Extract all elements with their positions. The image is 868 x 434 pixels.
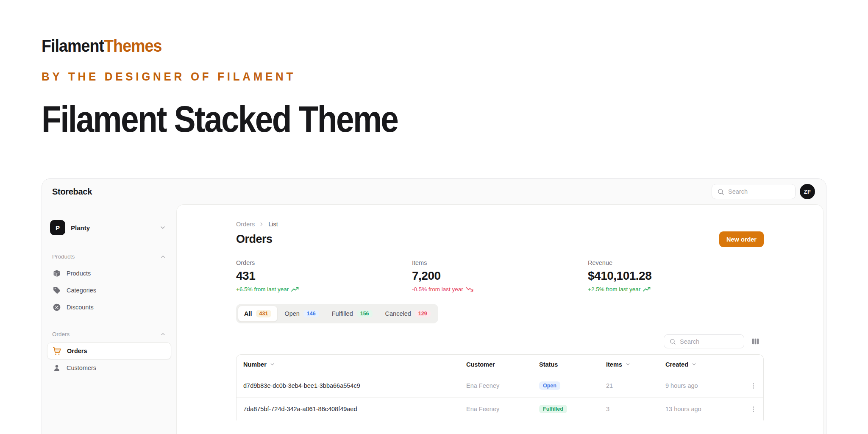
tab-label: Fulfilled bbox=[332, 310, 353, 317]
stat-orders: Orders 431 +6.5% from last year bbox=[236, 259, 412, 292]
hero-tagline: BY THE DESIGNER OF FILAMENT bbox=[42, 71, 835, 83]
app-brand[interactable]: Storeback bbox=[52, 187, 92, 197]
tab-all[interactable]: All 431 bbox=[238, 306, 278, 322]
sidebar-item-categories[interactable]: Categories bbox=[47, 282, 171, 299]
table-row[interactable]: 7da875bf-724d-342a-a061-86c408f49aed Ena… bbox=[236, 397, 763, 420]
row-actions-button[interactable] bbox=[743, 382, 763, 389]
column-header-items[interactable]: Items bbox=[599, 361, 659, 368]
column-header-customer[interactable]: Customer bbox=[459, 361, 532, 368]
chevron-up-icon bbox=[160, 331, 166, 337]
customer-cell: Ena Feeney bbox=[459, 406, 532, 412]
app-topbar: Storeback Search ZF bbox=[42, 179, 826, 204]
sort-chevron-icon bbox=[691, 362, 697, 367]
trending-down-icon bbox=[466, 287, 473, 292]
sort-chevron-icon bbox=[625, 362, 631, 367]
stat-revenue: Revenue $410,101.28 +2.5% from last year bbox=[588, 259, 764, 292]
sidebar-item-label: Discounts bbox=[67, 304, 94, 311]
table-search-placeholder: Search bbox=[680, 338, 699, 345]
table-toolbar: Search bbox=[236, 334, 764, 348]
chevron-right-icon bbox=[259, 221, 264, 227]
tab-count-badge: 129 bbox=[415, 310, 431, 318]
search-icon bbox=[669, 338, 676, 345]
tab-fulfilled[interactable]: Fulfilled 156 bbox=[326, 306, 378, 322]
user-icon bbox=[52, 364, 61, 373]
sidebar-item-label: Customers bbox=[67, 364, 96, 371]
tab-label: Open bbox=[284, 310, 299, 317]
status-filter-tabs: All 431 Open 146 Fulfilled 156 Canceled … bbox=[236, 304, 438, 323]
breadcrumb-current: List bbox=[268, 221, 278, 228]
sort-chevron-icon bbox=[270, 362, 275, 367]
columns-icon bbox=[751, 337, 760, 345]
app-preview-card: Storeback Search ZF P Planty Products bbox=[42, 178, 826, 434]
sidebar-nav-orders: Orders Customers bbox=[47, 342, 171, 376]
sidebar-item-orders[interactable]: Orders bbox=[47, 342, 171, 359]
breadcrumb: Orders List bbox=[236, 221, 764, 228]
table-row[interactable]: d7d9b83e-dc0b-3eb4-bee1-3bba66a554c9 Ena… bbox=[236, 374, 763, 397]
app-body: P Planty Products Products bbox=[42, 204, 826, 434]
tab-count-badge: 146 bbox=[303, 310, 319, 318]
stat-value: 7,200 bbox=[412, 269, 588, 283]
page-title: Filament Stacked Theme bbox=[42, 100, 761, 138]
stat-value: 431 bbox=[236, 269, 412, 283]
sidebar-item-label: Categories bbox=[67, 287, 96, 294]
status-cell: Open bbox=[532, 381, 599, 390]
sidebar-group-orders[interactable]: Orders bbox=[47, 331, 171, 337]
sidebar-item-products[interactable]: Products bbox=[47, 265, 171, 282]
tab-count-badge: 156 bbox=[357, 310, 373, 318]
column-header-created[interactable]: Created bbox=[659, 361, 743, 368]
orders-table: Number Customer Status Items bbox=[236, 354, 764, 420]
tenant-name: Planty bbox=[71, 224, 154, 231]
trending-up-icon bbox=[643, 287, 651, 292]
sidebar-group-label: Products bbox=[52, 253, 75, 260]
status-cell: Fulfilled bbox=[532, 405, 599, 414]
order-number-cell[interactable]: 7da875bf-724d-342a-a061-86c408f49aed bbox=[236, 406, 459, 412]
tag-icon bbox=[52, 286, 61, 295]
status-badge: Open bbox=[539, 381, 560, 390]
avatar[interactable]: ZF bbox=[800, 184, 815, 199]
customer-cell: Ena Feeney bbox=[459, 382, 532, 389]
tab-canceled[interactable]: Canceled 129 bbox=[379, 306, 437, 322]
order-number-cell[interactable]: d7d9b83e-dc0b-3eb4-bee1-3bba66a554c9 bbox=[236, 382, 459, 389]
cube-icon bbox=[52, 269, 61, 278]
sidebar-item-discounts[interactable]: Discounts bbox=[47, 299, 171, 316]
column-header-status[interactable]: Status bbox=[532, 361, 599, 368]
table-search-input[interactable]: Search bbox=[664, 334, 744, 348]
tenant-logo: P bbox=[50, 220, 65, 235]
stat-value: $410,101.28 bbox=[588, 269, 764, 283]
row-actions-button[interactable] bbox=[743, 406, 763, 413]
percent-badge-icon bbox=[52, 303, 61, 312]
orders-page-title: Orders bbox=[236, 233, 273, 246]
global-search-input[interactable]: Search bbox=[712, 184, 796, 199]
sidebar-group-products[interactable]: Products bbox=[47, 253, 171, 260]
tab-label: Canceled bbox=[385, 310, 411, 317]
chevron-down-icon bbox=[159, 224, 166, 231]
created-cell: 13 hours ago bbox=[659, 406, 743, 412]
logo-secondary: Themes bbox=[104, 36, 161, 55]
new-order-button[interactable]: New order bbox=[719, 231, 764, 247]
topbar-right: Search ZF bbox=[712, 184, 815, 199]
tab-label: All bbox=[244, 310, 252, 317]
stat-label: Orders bbox=[236, 259, 412, 266]
stat-delta: +2.5% from last year bbox=[588, 286, 640, 292]
stat-label: Items bbox=[412, 259, 588, 266]
chevron-up-icon bbox=[160, 253, 166, 260]
stat-label: Revenue bbox=[588, 259, 764, 266]
sidebar-item-label: Orders bbox=[67, 348, 87, 354]
tab-open[interactable]: Open 146 bbox=[278, 306, 325, 322]
items-cell: 21 bbox=[599, 382, 659, 389]
stats-row: Orders 431 +6.5% from last year Items 7,… bbox=[236, 259, 764, 292]
hero-section: FilamentThemes BY THE DESIGNER OF FILAME… bbox=[0, 0, 868, 138]
tenant-switcher[interactable]: P Planty bbox=[47, 217, 171, 238]
trending-up-icon bbox=[291, 287, 299, 292]
sidebar-nav-products: Products Categories Discounts bbox=[47, 265, 171, 316]
stat-delta: +6.5% from last year bbox=[236, 286, 289, 292]
search-icon bbox=[717, 188, 724, 195]
breadcrumb-root[interactable]: Orders bbox=[236, 221, 255, 228]
sidebar: P Planty Products Products bbox=[42, 204, 176, 434]
sidebar-item-label: Products bbox=[67, 270, 91, 277]
logo-primary: Filament bbox=[42, 36, 104, 55]
column-header-number[interactable]: Number bbox=[236, 361, 459, 368]
stat-delta: -0.5% from last year bbox=[412, 286, 463, 292]
sidebar-item-customers[interactable]: Customers bbox=[47, 359, 171, 376]
toggle-columns-button[interactable] bbox=[751, 337, 760, 345]
